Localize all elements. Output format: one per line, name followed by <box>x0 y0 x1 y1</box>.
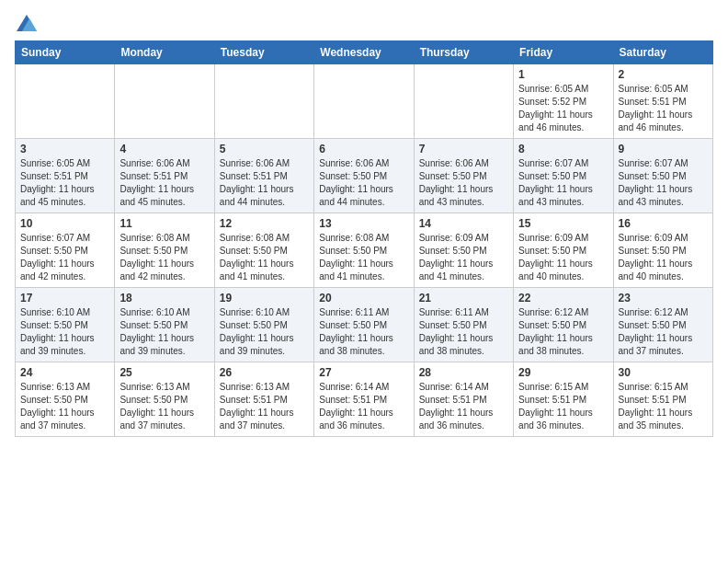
calendar-cell: 12Sunrise: 6:08 AMSunset: 5:50 PMDayligh… <box>214 213 313 288</box>
day-number: 25 <box>119 366 209 379</box>
day-info: Sunrise: 6:10 AMSunset: 5:50 PMDaylight:… <box>119 306 209 358</box>
day-info: Sunrise: 6:14 AMSunset: 5:51 PMDaylight:… <box>419 381 508 432</box>
day-number: 11 <box>119 217 209 230</box>
day-info: Sunrise: 6:08 AMSunset: 5:50 PMDaylight:… <box>319 232 408 283</box>
calendar-cell: 11Sunrise: 6:08 AMSunset: 5:50 PMDayligh… <box>115 213 214 288</box>
calendar-cell: 8Sunrise: 6:07 AMSunset: 5:50 PMDaylight… <box>514 139 613 213</box>
day-number: 13 <box>319 217 408 230</box>
week-row-5: 24Sunrise: 6:13 AMSunset: 5:50 PMDayligh… <box>16 362 713 437</box>
day-info: Sunrise: 6:07 AMSunset: 5:50 PMDaylight:… <box>619 157 708 209</box>
calendar-cell: 5Sunrise: 6:06 AMSunset: 5:51 PMDaylight… <box>214 139 313 213</box>
day-info: Sunrise: 6:06 AMSunset: 5:50 PMDaylight:… <box>319 157 408 209</box>
weekday-wednesday: Wednesday <box>314 41 414 64</box>
day-number: 30 <box>619 366 708 379</box>
calendar-cell: 7Sunrise: 6:06 AMSunset: 5:50 PMDaylight… <box>414 139 513 213</box>
day-number: 2 <box>619 68 708 81</box>
day-number: 10 <box>20 217 109 230</box>
calendar-cell: 27Sunrise: 6:14 AMSunset: 5:51 PMDayligh… <box>314 362 414 437</box>
day-info: Sunrise: 6:06 AMSunset: 5:51 PMDaylight:… <box>220 157 309 209</box>
day-info: Sunrise: 6:08 AMSunset: 5:50 PMDaylight:… <box>220 232 309 283</box>
weekday-sunday: Sunday <box>16 41 115 64</box>
day-info: Sunrise: 6:13 AMSunset: 5:50 PMDaylight:… <box>119 381 209 432</box>
day-number: 24 <box>20 366 109 379</box>
day-number: 9 <box>619 143 708 155</box>
calendar-cell: 26Sunrise: 6:13 AMSunset: 5:51 PMDayligh… <box>214 362 313 437</box>
day-info: Sunrise: 6:12 AMSunset: 5:50 PMDaylight:… <box>518 306 608 358</box>
calendar-cell: 24Sunrise: 6:13 AMSunset: 5:50 PMDayligh… <box>16 362 115 437</box>
day-info: Sunrise: 6:08 AMSunset: 5:50 PMDaylight:… <box>119 232 209 283</box>
calendar-cell: 14Sunrise: 6:09 AMSunset: 5:50 PMDayligh… <box>414 213 513 288</box>
week-row-3: 10Sunrise: 6:07 AMSunset: 5:50 PMDayligh… <box>16 213 713 288</box>
day-info: Sunrise: 6:06 AMSunset: 5:51 PMDaylight:… <box>119 157 209 209</box>
day-number: 17 <box>20 292 109 304</box>
calendar-cell: 1Sunrise: 6:05 AMSunset: 5:52 PMDaylight… <box>514 64 613 139</box>
day-number: 7 <box>419 143 508 155</box>
day-number: 20 <box>319 292 408 304</box>
day-number: 5 <box>220 143 309 155</box>
day-info: Sunrise: 6:09 AMSunset: 5:50 PMDaylight:… <box>419 232 508 283</box>
day-number: 16 <box>619 217 708 230</box>
day-info: Sunrise: 6:06 AMSunset: 5:50 PMDaylight:… <box>419 157 508 209</box>
calendar-cell: 22Sunrise: 6:12 AMSunset: 5:50 PMDayligh… <box>514 288 613 362</box>
day-info: Sunrise: 6:09 AMSunset: 5:50 PMDaylight:… <box>619 232 708 283</box>
day-number: 27 <box>319 366 408 379</box>
logo-text <box>15 15 37 31</box>
calendar-cell: 20Sunrise: 6:11 AMSunset: 5:50 PMDayligh… <box>314 288 414 362</box>
calendar-cell: 29Sunrise: 6:15 AMSunset: 5:51 PMDayligh… <box>514 362 613 437</box>
day-info: Sunrise: 6:15 AMSunset: 5:51 PMDaylight:… <box>619 381 708 432</box>
calendar-cell: 3Sunrise: 6:05 AMSunset: 5:51 PMDaylight… <box>16 139 115 213</box>
day-number: 3 <box>20 143 109 155</box>
calendar-cell <box>314 64 414 139</box>
weekday-thursday: Thursday <box>414 41 513 64</box>
day-number: 6 <box>319 143 408 155</box>
day-info: Sunrise: 6:05 AMSunset: 5:51 PMDaylight:… <box>619 83 708 134</box>
calendar-cell: 23Sunrise: 6:12 AMSunset: 5:50 PMDayligh… <box>613 288 712 362</box>
calendar-cell: 15Sunrise: 6:09 AMSunset: 5:50 PMDayligh… <box>514 213 613 288</box>
calendar-cell <box>115 64 214 139</box>
page: SundayMondayTuesdayWednesdayThursdayFrid… <box>0 0 728 444</box>
calendar-cell: 28Sunrise: 6:14 AMSunset: 5:51 PMDayligh… <box>414 362 513 437</box>
day-number: 4 <box>119 143 209 155</box>
day-info: Sunrise: 6:07 AMSunset: 5:50 PMDaylight:… <box>518 157 608 209</box>
day-info: Sunrise: 6:07 AMSunset: 5:50 PMDaylight:… <box>20 232 109 283</box>
day-number: 1 <box>518 68 608 81</box>
day-number: 18 <box>119 292 209 304</box>
calendar-cell <box>414 64 513 139</box>
calendar-cell: 21Sunrise: 6:11 AMSunset: 5:50 PMDayligh… <box>414 288 513 362</box>
calendar-cell: 19Sunrise: 6:10 AMSunset: 5:50 PMDayligh… <box>214 288 313 362</box>
header <box>15 15 713 31</box>
day-number: 14 <box>419 217 508 230</box>
day-info: Sunrise: 6:14 AMSunset: 5:51 PMDaylight:… <box>319 381 408 432</box>
day-number: 28 <box>419 366 508 379</box>
weekday-header-row: SundayMondayTuesdayWednesdayThursdayFrid… <box>16 41 713 64</box>
day-info: Sunrise: 6:13 AMSunset: 5:50 PMDaylight:… <box>20 381 109 432</box>
week-row-2: 3Sunrise: 6:05 AMSunset: 5:51 PMDaylight… <box>16 139 713 213</box>
day-info: Sunrise: 6:13 AMSunset: 5:51 PMDaylight:… <box>220 381 309 432</box>
weekday-saturday: Saturday <box>613 41 712 64</box>
weekday-friday: Friday <box>514 41 613 64</box>
calendar-cell: 10Sunrise: 6:07 AMSunset: 5:50 PMDayligh… <box>16 213 115 288</box>
calendar-cell: 30Sunrise: 6:15 AMSunset: 5:51 PMDayligh… <box>613 362 712 437</box>
day-number: 21 <box>419 292 508 304</box>
weekday-tuesday: Tuesday <box>214 41 313 64</box>
calendar-cell <box>214 64 313 139</box>
weekday-monday: Monday <box>115 41 214 64</box>
calendar-cell: 6Sunrise: 6:06 AMSunset: 5:50 PMDaylight… <box>314 139 414 213</box>
calendar-cell: 13Sunrise: 6:08 AMSunset: 5:50 PMDayligh… <box>314 213 414 288</box>
day-number: 22 <box>518 292 608 304</box>
calendar: SundayMondayTuesdayWednesdayThursdayFrid… <box>15 40 713 437</box>
day-info: Sunrise: 6:11 AMSunset: 5:50 PMDaylight:… <box>419 306 508 358</box>
calendar-cell: 25Sunrise: 6:13 AMSunset: 5:50 PMDayligh… <box>115 362 214 437</box>
logo <box>15 15 37 31</box>
day-number: 15 <box>518 217 608 230</box>
day-info: Sunrise: 6:10 AMSunset: 5:50 PMDaylight:… <box>20 306 109 358</box>
day-number: 12 <box>220 217 309 230</box>
day-info: Sunrise: 6:05 AMSunset: 5:52 PMDaylight:… <box>518 83 608 134</box>
day-number: 29 <box>518 366 608 379</box>
day-number: 19 <box>220 292 309 304</box>
day-info: Sunrise: 6:11 AMSunset: 5:50 PMDaylight:… <box>319 306 408 358</box>
calendar-cell: 9Sunrise: 6:07 AMSunset: 5:50 PMDaylight… <box>613 139 712 213</box>
logo-icon <box>17 15 37 31</box>
day-number: 8 <box>518 143 608 155</box>
day-info: Sunrise: 6:12 AMSunset: 5:50 PMDaylight:… <box>619 306 708 358</box>
